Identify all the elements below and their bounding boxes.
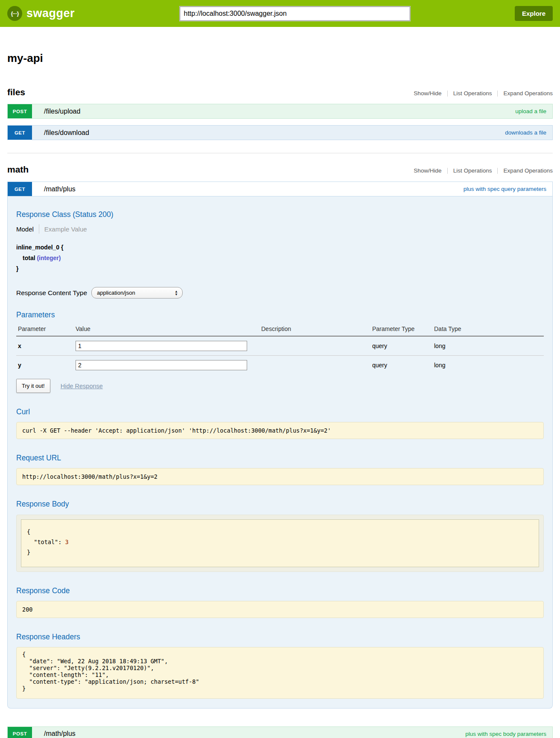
spec-url-input[interactable] xyxy=(180,6,410,21)
response-content-type-label: Response Content Type xyxy=(16,289,87,297)
braces-icon: {···} xyxy=(11,10,18,17)
parameters-table: Parameter Value Description Parameter Ty… xyxy=(16,323,544,375)
response-content-type-select[interactable]: application/json ▲ ▼ xyxy=(91,287,183,299)
math-section-header: math Show/Hide List Operations Expand Op… xyxy=(7,164,553,175)
param-name: x xyxy=(16,336,74,356)
tab-model[interactable]: Model xyxy=(16,226,34,233)
col-data-type: Data Type xyxy=(432,323,544,336)
swagger-logo-icon: {···} xyxy=(7,6,22,21)
model-signature: inline_model_0 { total (integer) } xyxy=(16,242,544,274)
math-section-title: math xyxy=(7,164,29,175)
expand-operations-link[interactable]: Expand Operations xyxy=(503,167,553,174)
hide-response-link[interactable]: Hide Response xyxy=(61,383,103,390)
model-signature-open: inline_model_0 { xyxy=(16,242,544,253)
response-class-heading: Response Class (Status 200) xyxy=(16,210,544,219)
parameters-heading: Parameters xyxy=(16,310,544,319)
try-row: Try it out! Hide Response xyxy=(16,379,544,393)
response-body-json: { "total": 3} xyxy=(21,519,539,567)
param-type: query xyxy=(370,356,432,375)
separator xyxy=(39,224,39,234)
swagger-logo[interactable]: {···} swagger xyxy=(7,6,75,21)
explore-button[interactable]: Explore xyxy=(515,6,553,21)
operation-post-files-upload[interactable]: POST /files/upload upload a file xyxy=(7,104,553,119)
col-parameter-type: Parameter Type xyxy=(370,323,432,336)
param-description xyxy=(260,356,370,375)
response-body-heading: Response Body xyxy=(16,500,544,509)
operation-get-math-plus[interactable]: GET /math/plus plus with spec query para… xyxy=(7,182,553,196)
param-data-type: long xyxy=(432,336,544,356)
operation-summary-link[interactable]: downloads a file xyxy=(89,126,552,140)
param-type: query xyxy=(370,336,432,356)
property-type: (integer) xyxy=(37,255,61,261)
math-section-controls: Show/Hide List Operations Expand Operati… xyxy=(414,167,553,174)
parameter-row-y: y query long xyxy=(16,356,544,375)
separator xyxy=(497,91,498,97)
post-method-badge: POST xyxy=(8,727,32,738)
try-it-out-button[interactable]: Try it out! xyxy=(16,379,50,393)
files-section-controls: Show/Hide List Operations Expand Operati… xyxy=(414,90,553,97)
post-method-badge: POST xyxy=(8,104,32,118)
model-tabs: Model Example Value xyxy=(16,224,544,234)
page-title: my-api xyxy=(7,52,553,65)
operation-summary-link[interactable]: plus with spec query parameters xyxy=(76,182,552,196)
model-property: total (integer) xyxy=(16,253,544,264)
request-url-heading: Request URL xyxy=(16,454,544,463)
request-url-value: http://localhost:3000/math/plus?x=1&y=2 xyxy=(16,468,544,485)
param-x-input[interactable] xyxy=(76,341,247,351)
response-headers-json: { "date": "Wed, 22 Aug 2018 18:49:13 GMT… xyxy=(16,647,544,699)
get-method-badge: GET xyxy=(8,126,32,140)
param-description xyxy=(260,336,370,356)
selected-content-type: application/json xyxy=(97,290,175,296)
files-section-title: files xyxy=(7,87,25,97)
tab-example-value[interactable]: Example Value xyxy=(44,226,87,233)
expand-operations-link[interactable]: Expand Operations xyxy=(503,90,553,97)
param-data-type: long xyxy=(432,356,544,375)
select-arrows-icon: ▲ ▼ xyxy=(175,290,178,296)
swagger-logo-text: swagger xyxy=(26,7,75,20)
main-content: my-api files Show/Hide List Operations E… xyxy=(0,52,560,738)
show-hide-link[interactable]: Show/Hide xyxy=(414,167,441,174)
parameter-row-x: x query long xyxy=(16,336,544,356)
parameters-header-row: Parameter Value Description Parameter Ty… xyxy=(16,323,544,336)
operation-get-files-download[interactable]: GET /files/download downloads a file xyxy=(7,125,553,140)
response-body-container: { "total": 3} xyxy=(16,515,544,572)
response-headers-heading: Response Headers xyxy=(16,633,544,641)
curl-heading: Curl xyxy=(16,407,544,416)
property-name: total xyxy=(23,255,35,261)
json-total-line: "total": 3 xyxy=(27,537,533,547)
curl-command: curl -X GET --header 'Accept: applicatio… xyxy=(16,422,544,439)
json-number-value: 3 xyxy=(65,539,68,545)
param-y-input[interactable] xyxy=(76,360,247,370)
response-code-heading: Response Code xyxy=(16,586,544,595)
separator xyxy=(497,168,498,174)
operation-post-math-plus[interactable]: POST /math/plus plus with spec body para… xyxy=(7,726,553,738)
section-divider xyxy=(7,153,553,153)
param-name: y xyxy=(16,356,74,375)
operation-summary-link[interactable]: plus with spec body parameters xyxy=(76,727,552,738)
col-value: Value xyxy=(74,323,260,336)
col-parameter: Parameter xyxy=(16,323,74,336)
list-operations-link[interactable]: List Operations xyxy=(453,167,492,174)
operation-path-link[interactable]: /math/plus xyxy=(32,727,76,738)
operation-summary-link[interactable]: upload a file xyxy=(80,104,552,118)
show-hide-link[interactable]: Show/Hide xyxy=(414,90,441,97)
json-open-brace: { xyxy=(27,527,533,537)
response-content-type-row: Response Content Type application/json ▲… xyxy=(16,287,544,299)
operation-path-link[interactable]: /files/upload xyxy=(32,104,80,118)
separator xyxy=(447,168,448,174)
model-signature-close: } xyxy=(16,264,544,274)
response-code-value: 200 xyxy=(16,601,544,618)
col-description: Description xyxy=(260,323,370,336)
operation-path-link[interactable]: /math/plus xyxy=(32,182,76,196)
operation-path-link[interactable]: /files/download xyxy=(32,126,89,140)
separator xyxy=(447,91,448,97)
operation-expanded-panel: Response Class (Status 200) Model Exampl… xyxy=(7,196,553,709)
get-method-badge: GET xyxy=(8,182,32,196)
app-header: {···} swagger Explore xyxy=(0,0,560,27)
list-operations-link[interactable]: List Operations xyxy=(453,90,492,97)
files-section-header: files Show/Hide List Operations Expand O… xyxy=(7,87,553,97)
json-close-brace: } xyxy=(27,547,533,557)
json-key: "total": xyxy=(27,539,65,545)
